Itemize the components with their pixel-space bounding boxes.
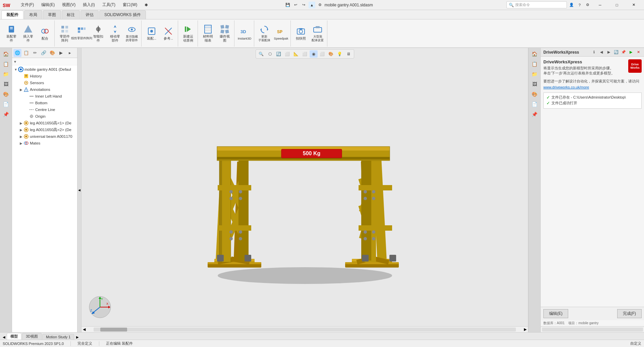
tool-linear-component-pattern[interactable]: 线性零部件阵列 [73, 23, 90, 44]
rp-scrollbar[interactable] [541, 326, 644, 332]
rp-refresh-btn[interactable]: 🔄 [613, 49, 620, 56]
tree-item-bottom[interactable]: Bottom [12, 100, 77, 106]
tool-move-component[interactable]: 移动零部件 [107, 23, 123, 44]
bottom-tab-motion[interactable]: Motion Study 1 [42, 334, 74, 340]
collapse-handle[interactable]: ◀ [77, 48, 82, 332]
rp-close-btn[interactable]: ✕ [635, 49, 642, 56]
tool-insert-component[interactable]: 装配零件 [3, 23, 19, 44]
dw-done-button[interactable]: 完成(F) [617, 309, 642, 318]
panel-tool-home[interactable]: 🌐 [13, 49, 21, 57]
view-color-icon[interactable]: 🎨 [327, 50, 335, 58]
tab-next-right[interactable]: ▶ [75, 334, 80, 340]
insert-menu[interactable]: 插入(I) [80, 1, 97, 8]
tool-reference[interactable]: 参考... [160, 23, 176, 44]
tree-item-beam[interactable]: ▶ universal beam A001170 [12, 133, 77, 140]
tool-update-subassembly[interactable]: 更新子装配体 [256, 23, 272, 44]
rp-nav-color[interactable]: 🎨 [530, 90, 539, 99]
beam-expand[interactable]: ▶ [19, 134, 23, 139]
tool-explode[interactable]: 爆炸视图 [217, 23, 233, 44]
tree-item-centre-line[interactable]: Centre Line [12, 106, 77, 113]
tree-root[interactable]: ▼ mobile gantry A001 (Defaul [12, 66, 77, 73]
panel-expand-icon[interactable]: ▸ [66, 49, 74, 57]
view-rotate-icon[interactable]: 🔄 [275, 50, 283, 58]
nav-parts-icon[interactable]: 📋 [1, 59, 11, 69]
settings-icon[interactable]: ⚙ [584, 2, 591, 8]
tab-layout[interactable]: 布局 [24, 10, 42, 19]
tab-evaluate[interactable]: 评估 [80, 10, 99, 19]
search-box[interactable]: 🔍 搜索命令 [506, 1, 567, 8]
nav-image-icon[interactable]: 🖼 [1, 79, 11, 89]
tree-item-leg2[interactable]: ▶ leg A0011650高<2> (De [12, 126, 77, 133]
panel-tool-link[interactable]: 🔗 [40, 49, 48, 57]
tool-bom[interactable]: 材料明细表 [200, 23, 216, 44]
scroll-thumb[interactable] [100, 328, 127, 332]
tree-item-history[interactable]: History [12, 73, 77, 79]
rp-nav-list[interactable]: 📋 [530, 59, 539, 69]
rp-pin-btn[interactable]: 📌 [620, 49, 627, 56]
quick-undo-icon[interactable]: ↩ [292, 2, 299, 8]
root-expand-icon[interactable]: ▼ [13, 67, 18, 72]
tool-smart-fasteners[interactable]: 智能扣件 [90, 23, 106, 44]
view-light-icon[interactable]: 💡 [336, 50, 344, 58]
nav-color-icon[interactable]: 🎨 [1, 90, 11, 99]
rp-back-btn[interactable]: ◀ [598, 49, 605, 56]
leg1-expand[interactable]: ▶ [19, 121, 23, 125]
tool-snapshot[interactable]: 拍快照 [293, 23, 309, 44]
tool-linear-pattern[interactable]: 零部件阵列 [57, 23, 73, 44]
nav-doc-icon[interactable]: 📄 [1, 100, 11, 109]
scroll-left-btn[interactable]: ◀ [82, 327, 87, 332]
tool-insert-part[interactable]: 插入零件 [20, 23, 36, 44]
quick-save-icon[interactable]: 💾 [284, 2, 291, 8]
tools-menu[interactable]: 工具(T) [100, 1, 118, 8]
rp-scroll-thumb[interactable] [542, 328, 643, 332]
account-icon[interactable]: 👤 [568, 2, 575, 8]
view-shaded-icon[interactable]: ⬜ [318, 50, 326, 58]
tab-sketch[interactable]: 草图 [43, 10, 61, 19]
edit-menu[interactable]: 编辑(E) [39, 1, 57, 8]
tree-item-inner-left[interactable]: Inner Left Hand [12, 93, 77, 100]
tab-previous-left[interactable]: ◀ [1, 334, 7, 340]
tool-show-hidden[interactable]: 显示隐藏的零部件 [124, 23, 140, 44]
tool-speedpak[interactable]: SP Speedpak [273, 23, 289, 44]
tree-item-leg1[interactable]: ▶ leg A0011650高<1> (De [12, 120, 77, 126]
rp-play-btn[interactable]: ▶ [628, 49, 634, 56]
tool-instant3d[interactable]: 3D Instant3D [236, 23, 253, 44]
dw-link[interactable]: www.driveworks.co.uk/more [543, 85, 642, 89]
rp-nav-doc[interactable]: 📄 [530, 100, 539, 109]
tab-assembly[interactable]: 装配件 [1, 10, 23, 19]
restore-button[interactable]: □ [609, 0, 625, 10]
tree-item-mates[interactable]: ▶ Mates [12, 140, 77, 147]
view-screen-icon[interactable]: 🖥 [344, 50, 353, 58]
nav-pin-icon[interactable]: 📌 [1, 110, 11, 119]
rp-nav-folder[interactable]: 📁 [530, 69, 539, 79]
tree-item-sensors[interactable]: Sensors [12, 79, 77, 86]
view-measure-icon[interactable]: 📐 [292, 50, 300, 58]
viewport-scrollbar[interactable]: ◀ ▶ [82, 326, 528, 332]
dw-edit-button[interactable]: 编辑(E) [543, 309, 568, 318]
extra-menu[interactable]: ✱ [142, 2, 151, 8]
tree-item-annotations[interactable]: ▶ Annotations [12, 86, 77, 93]
view-pan-icon[interactable]: ⬡ [266, 50, 274, 58]
rp-nav-image[interactable]: 🖼 [530, 79, 539, 89]
rp-info-btn[interactable]: ℹ [591, 49, 597, 56]
bottom-tab-3dview[interactable]: 3D视图 [22, 333, 42, 340]
nav-home-icon[interactable]: 🏠 [1, 49, 11, 59]
view-menu[interactable]: 视图(V) [59, 1, 78, 8]
panel-tool-list[interactable]: 📋 [22, 49, 30, 57]
horizontal-scrollbar[interactable] [94, 328, 516, 332]
panel-tool-color[interactable]: 🎨 [48, 49, 56, 57]
minimize-button[interactable]: ─ [592, 0, 608, 10]
tree-item-origin[interactable]: Origin [12, 113, 77, 120]
window-menu[interactable]: 窗口(W) [120, 1, 140, 8]
quick-redo-icon[interactable]: ↪ [301, 2, 307, 8]
tab-annotation[interactable]: 标注 [62, 10, 80, 19]
nav-folder-icon[interactable]: 📁 [1, 69, 11, 79]
rp-nav-pin[interactable]: 📌 [530, 110, 539, 119]
tool-assembly-settings[interactable]: 装配... [144, 23, 160, 44]
quick-cursor-icon[interactable]: ▲ [309, 2, 315, 8]
close-button[interactable]: ✕ [626, 0, 641, 10]
tool-mate[interactable]: 配合 [37, 23, 53, 44]
scroll-right-btn[interactable]: ▶ [523, 327, 528, 332]
solidworks-logo[interactable]: SW [3, 2, 16, 8]
viewport[interactable]: 🔍 ⬡ 🔄 ⬜ 📐 ⬜ ◉ ⬜ 🎨 💡 🖥 [82, 48, 528, 332]
